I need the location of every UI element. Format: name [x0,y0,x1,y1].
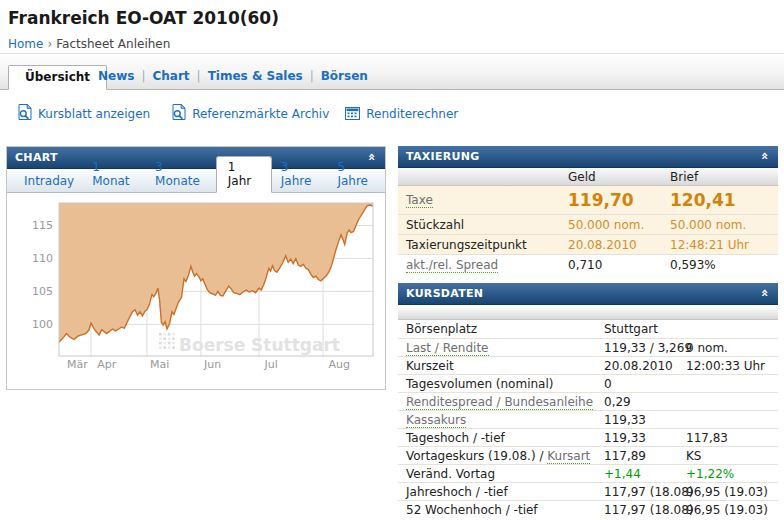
row-value-1: +1,44 [604,467,641,481]
glossary-term[interactable]: Taxe [406,193,433,208]
breadcrumb-separator: › [43,37,56,51]
row-value-2: 120,41 [670,190,736,210]
toolbar-link-renditerechner[interactable]: Renditerechner [345,105,458,124]
table-row: BörsenplatzStuttgart [398,320,778,338]
svg-text:Jun: Jun [203,358,221,371]
toolbar-link-label: Renditerechner [366,107,458,121]
glossary-term[interactable]: Kassakurs [406,413,466,428]
period-tab-intraday[interactable]: Intraday [15,171,83,192]
row-label-text: Vortageskurs (19.08.) / [406,449,547,463]
collapse-chevron-icon[interactable]: « [759,152,773,161]
row-label: Taxe [406,193,433,207]
row-label-text: 52 Wochenhoch / -tief [406,503,538,517]
svg-text:Jul: Jul [264,358,278,371]
period-tab-1-monat[interactable]: 1 Monat [83,157,146,192]
row-label: Tagesvolumen (nominal) [406,377,553,391]
tab-chart[interactable]: Chart [152,69,189,83]
row-value-1: 0,710 [568,258,602,272]
row-value-2: 96,95 (19.03) [686,485,768,499]
row-label: Vortageskurs (19.08.) / Kursart [406,449,590,463]
price-chart: Boerse Stuttgart100105110115MärAprMaiJun… [7,193,385,389]
tab-separator: | [190,69,208,83]
table-row: Vortageskurs (19.08.) / Kursart117,89KS [398,446,778,464]
page-title: Frankreich EO-OAT 2010(60) [8,8,279,28]
row-label: Veränd. Vortag [406,467,495,481]
svg-text:Aug: Aug [329,358,350,371]
kursdaten-header-strip [398,308,778,320]
row-label: akt./rel. Spread [406,258,498,272]
svg-text:115: 115 [32,219,53,232]
tab-links: News|Chart|Times & Sales|Börsen [98,69,368,83]
breadcrumb-current: Factsheet Anleihen [56,37,170,51]
table-row: 52 Wochenhoch / -tief117,97 (18.08)96,95… [398,500,778,518]
svg-text:Mai: Mai [150,358,169,371]
tab-uebersicht[interactable]: Übersicht [8,65,107,90]
chart-svg: Boerse Stuttgart100105110115MärAprMaiJun… [7,193,385,389]
row-label: Stückzahl [406,218,464,232]
chart-area-fill [59,203,373,342]
glossary-term[interactable]: Kursart [547,449,590,464]
chart-panel-title: CHART [15,151,58,164]
row-value-1: 119,33 [604,431,646,445]
glossary-term[interactable]: Renditespread / Bundesanleihe [406,395,593,410]
row-value-1: 119,70 [568,190,634,210]
row-value-2: KS [686,449,702,463]
period-tab-3-jahre[interactable]: 3 Jahre [272,157,329,192]
tab-separator: | [134,69,152,83]
main-tab-bar: Übersicht News|Chart|Times & Sales|Börse… [0,53,784,90]
row-label-text: Stückzahl [406,218,464,232]
taxierung-column-header: Geld Brief [398,168,778,186]
table-row: Last / Rendite119,33 / 3,2690 nom. [398,338,778,356]
toolbar-link-kursblatt-anzeigen[interactable]: Kursblatt anzeigen [18,104,150,124]
row-label: Last / Rendite [406,341,489,355]
period-tab-3-monate[interactable]: 3 Monate [146,157,216,192]
row-label: Kurszeit [406,359,454,373]
column-brief: Brief [670,170,698,184]
row-value-2: 96,95 (19.03) [686,503,768,517]
svg-text:Mär: Mär [67,358,88,371]
row-label: Tageshoch / -tief [406,431,505,445]
row-value-2: +1,22% [686,467,734,481]
tab-times-sales[interactable]: Times & Sales [208,69,303,83]
tab-news[interactable]: News [98,69,134,83]
table-row: Taxierungszeitpunkt20.08.201012:48:21 Uh… [398,234,778,254]
toolbar-link-label: Referenzmärkte Archiv [192,107,329,121]
toolbar-link-referenzm-rkte-archiv[interactable]: Referenzmärkte Archiv [172,104,329,124]
toolbar-link-label: Kursblatt anzeigen [38,107,150,121]
chart-panel: CHART « Intraday1 Monat3 Monate1 Jahr3 J… [6,146,386,390]
row-label-text: Kurszeit [406,359,454,373]
toolbar: Kursblatt anzeigenReferenzmärkte ArchivR… [18,104,458,124]
tab-separator: | [303,69,321,83]
row-label-text: Veränd. Vortag [406,467,495,481]
glossary-term[interactable]: akt./rel. Spread [406,258,498,273]
row-value-2: 117,83 [686,431,728,445]
table-row: Stückzahl50.000 nom.50.000 nom. [398,214,778,234]
row-label-text: Jahreshoch / -tief [406,485,508,499]
row-value-1: 50.000 nom. [568,218,644,232]
period-tab-1-jahr[interactable]: 1 Jahr [216,156,272,193]
svg-text:105: 105 [32,285,53,298]
table-row: akt./rel. Spread0,7100,593% [398,254,778,274]
table-row: Tagesvolumen (nominal)0 [398,374,778,392]
table-row: Kassakurs119,33 [398,410,778,428]
row-label: 52 Wochenhoch / -tief [406,503,538,517]
row-value-2: 0 nom. [686,341,728,355]
row-value-2: 12:48:21 Uhr [670,238,749,252]
document-magnifier-icon [172,104,186,124]
taxierung-panel: TAXIERUNG « Geld Brief Taxe119,70120,41S… [398,146,778,274]
table-row: Jahreshoch / -tief117,97 (18.08)96,95 (1… [398,482,778,500]
tab-b-rsen[interactable]: Börsen [321,69,368,83]
glossary-term[interactable]: Last / Rendite [406,341,489,356]
table-row: Renditespread / Bundesanleihe0,29 [398,392,778,410]
row-label: Kassakurs [406,413,466,427]
row-value-1: 117,97 (18.08) [604,485,694,499]
table-row: Tageshoch / -tief119,33117,83 [398,428,778,446]
breadcrumb-home-link[interactable]: Home [8,37,43,51]
row-value-1: 117,89 [604,449,646,463]
row-value-1: 119,33 / 3,269 [604,341,692,355]
row-value-2: 0,593% [670,258,716,272]
collapse-chevron-icon[interactable]: « [759,289,773,298]
period-tab-5-jahre[interactable]: 5 Jahre [328,157,385,192]
document-magnifier-icon [18,104,32,124]
row-value-1: Stuttgart [604,322,658,336]
